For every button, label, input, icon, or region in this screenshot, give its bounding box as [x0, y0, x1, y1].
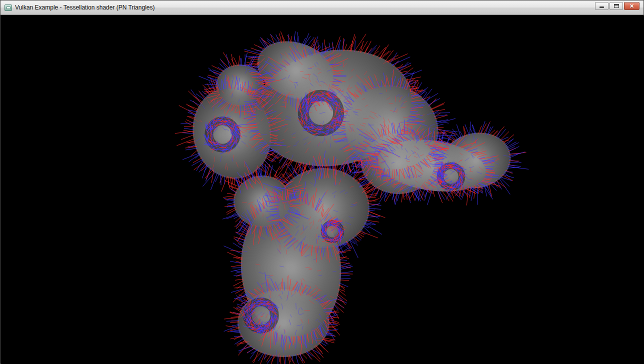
window-controls: ✕ [595, 2, 640, 10]
minimize-icon [600, 6, 604, 8]
title-bar[interactable]: Vulkan Example - Tessellation shader (PN… [0, 0, 644, 15]
render-viewport [1, 16, 643, 363]
minimize-button[interactable] [595, 2, 608, 10]
maximize-icon [614, 4, 619, 8]
close-button[interactable]: ✕ [624, 2, 640, 10]
window-icon-glyph [6, 6, 10, 9]
window-title: Vulkan Example - Tessellation shader (PN… [15, 4, 154, 11]
window-icon [4, 4, 12, 11]
maximize-button[interactable] [610, 2, 623, 10]
render-canvas[interactable] [1, 16, 644, 364]
close-icon: ✕ [630, 4, 634, 9]
app-window: Vulkan Example - Tessellation shader (PN… [0, 0, 644, 364]
